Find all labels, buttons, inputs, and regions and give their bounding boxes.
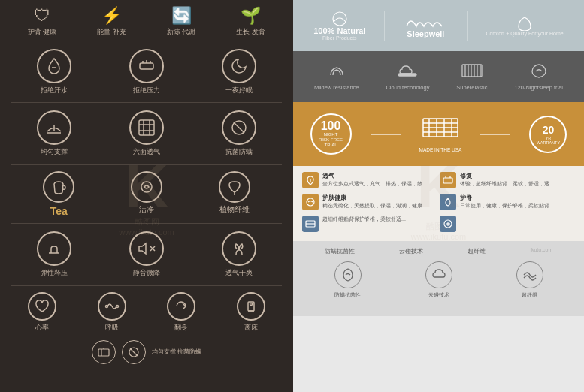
trial-circle: 100 NIGHTRISK-FREETRIAL: [310, 113, 352, 155]
svg-point-22: [105, 305, 107, 307]
brand-natural-text: 100% Natural: [313, 26, 365, 35]
orange-divider-2: [480, 134, 510, 135]
brand-comfort: Comfort + Quality For your Home: [486, 16, 563, 36]
pressure-item: 拒绝压力: [120, 49, 173, 95]
warranty-number: 20: [543, 124, 555, 136]
metabolism-icon: 🔄: [171, 6, 192, 26]
heart-rate-icon: [28, 292, 56, 321]
svg-rect-50: [443, 178, 452, 183]
mildew-feature: Mildew resistance: [314, 63, 359, 91]
sleep-item: 一夜好眠: [213, 49, 265, 95]
feature-spine: 护脊 日常使用，健康，保护脊椎，柔软贴背...: [440, 194, 575, 213]
svg-line-31: [130, 348, 138, 356]
divider-5: [11, 285, 282, 286]
feature-growth: 🌱 生长 发育: [236, 6, 265, 36]
energy-icon: ⚡: [101, 6, 122, 26]
made-in-section: MADE IN THE USA: [419, 114, 462, 153]
back-health-label: 护背 健康: [28, 28, 57, 36]
support-icon: [37, 110, 71, 145]
ventilation-item: 六面透气: [120, 110, 173, 157]
elastic-label: 弹性释压: [41, 269, 68, 278]
fiber-text: 超细纤维贴背保护脊椎，柔软舒适...: [322, 216, 406, 223]
silent-icon: [129, 231, 164, 266]
bottom-cloud: 云碰技术: [425, 261, 452, 299]
breath-icon: [98, 292, 126, 321]
svg-rect-1: [140, 63, 153, 69]
sleep-icon: [222, 49, 256, 83]
ventilation-icon: [129, 110, 164, 145]
getup-icon: [237, 292, 265, 321]
support-item: 均匀支撑: [28, 110, 80, 157]
getup-label: 离床: [244, 324, 258, 333]
svg-point-53: [307, 198, 314, 206]
top-features-row: 🛡 护背 健康 ⚡ 能量 补充 🔄 新陈 代谢 🌱 生长 发育: [0, 0, 293, 39]
mildew-icon: [328, 63, 346, 82]
tea-item: Tea: [43, 171, 74, 217]
breath-label: 呼吸: [105, 324, 119, 333]
warranty-badge: 20 YRWARRANTY: [529, 116, 567, 153]
svg-point-23: [116, 305, 118, 307]
feature-breathable: 透气 全方位多点式透气，充气，排热，保湿，散...: [302, 172, 437, 191]
trial-number: 100: [321, 120, 341, 132]
warranty-text: YRWARRANTY: [537, 136, 560, 145]
brand-sleepwell: Sleepwell: [403, 13, 448, 38]
sweat-icon: [37, 49, 71, 83]
silent-label: 静音微降: [133, 269, 160, 278]
elastic-item: 弹性释压: [28, 231, 80, 278]
growth-icon: 🌱: [241, 6, 261, 26]
feature-metabolism: 🔄 新陈 代谢: [167, 6, 196, 36]
sleep-label: 一夜好眠: [225, 86, 253, 95]
trial-badge: 100 NIGHTRISK-FREETRIAL: [310, 113, 352, 155]
breathable-feature-icon: [302, 172, 319, 188]
clean-label: 洁净: [139, 205, 154, 214]
bottom-label-1: 防螨抗菌性: [325, 247, 355, 255]
feature-repair: 修复 体验，超细纤维贴背，柔软，舒适，透...: [440, 172, 575, 191]
antibacterial-icon: [222, 110, 256, 145]
breathable-icon: [222, 231, 256, 266]
feature-fiber: 超细纤维贴背保护脊椎，柔软舒适...: [302, 216, 437, 235]
skin-health-text: 护肤健康 精选无硫化，天然提取，保湿，滋润，健康...: [322, 194, 427, 210]
breathable-feature-text: 透气 全方位多点式透气，充气，排热，保湿，散...: [322, 172, 427, 188]
ventilation-label: 六面透气: [133, 148, 160, 157]
svg-point-25: [250, 303, 252, 305]
fiber-icon: [302, 216, 319, 232]
bottom-label-4: ikutu.com: [530, 247, 552, 255]
turnover-label: 翻身: [174, 324, 188, 333]
breathable-label: 透气干爽: [225, 269, 253, 278]
features-grid: 透气 全方位多点式透气，充气，排热，保湿，散... 修复 体验，超细纤维贴背，柔…: [293, 166, 584, 241]
bottom-label-2: 云碰技术: [399, 247, 423, 255]
sweat-label: 拒绝汗水: [41, 86, 68, 95]
bottom-icons-row: 防螨抗菌性 云碰技术 超纤维: [302, 261, 575, 299]
svg-point-32: [333, 12, 346, 26]
silent-item: 静音微降: [120, 231, 173, 278]
svg-marker-19: [139, 243, 146, 254]
trial-text: NIGHTRISK-FREETRIAL: [319, 132, 343, 149]
repair-feature-icon: [440, 172, 456, 188]
svg-rect-7: [139, 120, 154, 135]
dark-features-section: Mildew resistance Cloud technology: [293, 51, 584, 102]
bottom-antibacterial: 防螨抗菌性: [334, 261, 362, 299]
growth-label: 生长 发育: [236, 28, 265, 36]
cloud-feature: Cloud technology: [386, 63, 429, 91]
row-4: 心率 呼吸 翻身: [0, 288, 293, 337]
breath-item: 呼吸: [86, 292, 138, 333]
plant-fiber-icon: [219, 171, 250, 203]
clean-icon: [131, 171, 162, 203]
repair-feature-text: 修复 体验，超细纤维贴背，柔软，舒适，透...: [460, 172, 554, 188]
support-label: 均匀支撑: [41, 148, 68, 157]
bottom-antibacterial-icon: [334, 261, 362, 288]
extra-icon: [440, 216, 456, 232]
bottom-cloud-label: 云碰技术: [428, 291, 449, 299]
spine-text: 护脊 日常使用，健康，保护脊椎，柔软贴背...: [460, 194, 554, 210]
svg-line-13: [234, 122, 244, 133]
plant-fiber-label: 植物纤维: [219, 205, 250, 214]
clean-item: 洁净: [131, 171, 162, 217]
cloud-icon: [397, 63, 418, 82]
bottom-cloud-icon: [425, 261, 452, 288]
bottom-section: 防螨抗菌性 云碰技术 超纤维 ikutu.com 防螨抗菌性: [293, 241, 584, 316]
bottom-icon-2: [122, 340, 146, 364]
trial-label: 120-Nightsleep trial: [514, 84, 563, 91]
bottom-label-3: 超纤维: [468, 247, 486, 255]
divider-1: [11, 41, 282, 41]
brand-logos-section: 100% Natural Fiber Products Sleepwell Co…: [293, 0, 584, 51]
